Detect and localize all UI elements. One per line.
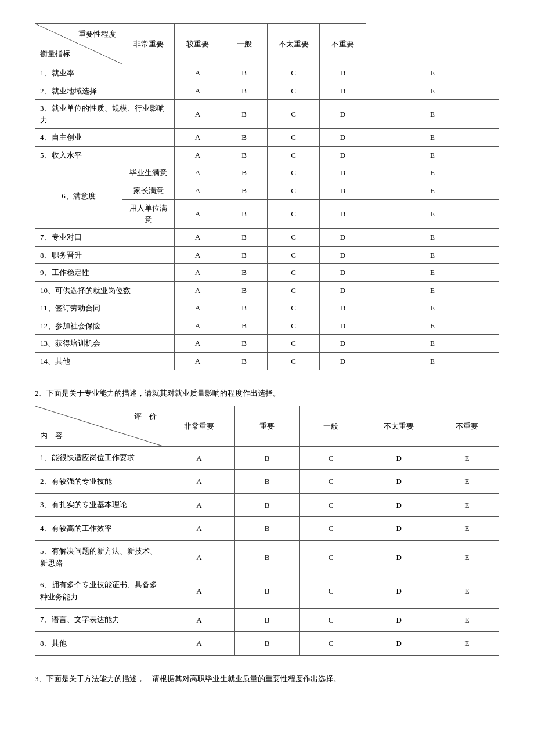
table1-cell: D <box>320 64 366 82</box>
section3-title: 3、下面是关于方法能力的描述， 请根据其对高职毕业生就业质量的重要性程度作出选择… <box>35 673 499 685</box>
table1-cell: C <box>268 299 320 317</box>
table1-cell: E <box>366 229 499 247</box>
table2-cell: A <box>163 540 235 574</box>
table1-sub-label-1: 家长满意 <box>122 182 175 200</box>
table1-cell: C <box>268 246 320 264</box>
table2-row-label: 3、有扎实的专业基本理论 <box>35 493 163 517</box>
table2-cell: B <box>235 632 299 656</box>
table2-cell: C <box>299 608 363 632</box>
table2-cell: A <box>163 574 235 609</box>
table1-cell: D <box>320 100 366 129</box>
table1-cell: B <box>221 146 268 164</box>
table1-cell: C <box>268 64 320 82</box>
table1-cell: D <box>320 82 366 100</box>
table2-row-label: 1、能很快适应岗位工作要求 <box>35 446 163 470</box>
table2-cell: E <box>435 517 499 541</box>
table1-sub-label-2: 用人单位满意 <box>122 200 175 229</box>
table1-cell: C <box>268 352 320 370</box>
table1-cell: B <box>221 246 268 264</box>
table1-cell: B <box>221 352 268 370</box>
table2-cell: D <box>363 540 435 574</box>
table1-cell: E <box>366 200 499 229</box>
table1-row-label: 11、签订劳动合同 <box>35 299 175 317</box>
table2-cell: B <box>235 608 299 632</box>
table1-cell: D <box>320 129 366 147</box>
table2-cell: C <box>299 446 363 470</box>
table1-cell: D <box>320 182 366 200</box>
table1-cell: A <box>175 246 221 264</box>
table1-cell: A <box>175 64 221 82</box>
table2-cell: D <box>363 608 435 632</box>
table1-cell: B <box>221 335 268 353</box>
table1-cell: D <box>320 264 366 282</box>
table2-bottom-label: 内 容 <box>40 430 63 442</box>
table1-cell: C <box>268 317 320 335</box>
table2-cell: A <box>163 446 235 470</box>
table1-cell: D <box>320 146 366 164</box>
table1-cell: B <box>221 299 268 317</box>
table1-cell: B <box>221 281 268 299</box>
table2-cell: C <box>299 632 363 656</box>
table1-row-label: 9、工作稳定性 <box>35 264 175 282</box>
table1-cell: A <box>175 200 221 229</box>
table1-cell: A <box>175 146 221 164</box>
table1-cell: A <box>175 335 221 353</box>
table1-row-label: 10、可供选择的就业岗位数 <box>35 281 175 299</box>
table1-cell: E <box>366 129 499 147</box>
table1-cell: B <box>221 200 268 229</box>
table2-cell: D <box>363 446 435 470</box>
table1-cell: E <box>366 164 499 182</box>
table1-cell: C <box>268 182 320 200</box>
table1-cell: B <box>221 229 268 247</box>
table1-top-label: 重要性程度 <box>78 28 116 40</box>
table2-col5: 不重要 <box>435 406 499 446</box>
table2-cell: B <box>235 493 299 517</box>
table2-cell: E <box>435 540 499 574</box>
table1-cell: D <box>320 246 366 264</box>
table2-cell: E <box>435 470 499 494</box>
table1-cell: A <box>175 164 221 182</box>
table1-cell: C <box>268 129 320 147</box>
table1-cell: A <box>175 182 221 200</box>
table1-cell: E <box>366 281 499 299</box>
table2-col1: 非常重要 <box>163 406 235 446</box>
table1-cell: C <box>268 146 320 164</box>
table1-cell: C <box>268 281 320 299</box>
table2-cell: B <box>235 446 299 470</box>
table2-cell: E <box>435 608 499 632</box>
table2-cell: A <box>163 632 235 656</box>
table1-cell: E <box>366 317 499 335</box>
table2-cell: C <box>299 470 363 494</box>
table2-cell: D <box>363 574 435 609</box>
table1-cell: D <box>320 317 366 335</box>
table1-cell: D <box>320 335 366 353</box>
table1-col4: 不太重要 <box>268 24 320 64</box>
table1-cell: B <box>221 100 268 129</box>
table2-cell: E <box>435 632 499 656</box>
table1-col2: 较重要 <box>175 24 221 64</box>
table1-cell: E <box>366 352 499 370</box>
table1-cell: C <box>268 100 320 129</box>
table1-cell: C <box>268 264 320 282</box>
table1-cell: E <box>366 335 499 353</box>
section3: 3、下面是关于方法能力的描述， 请根据其对高职毕业生就业质量的重要性程度作出选择… <box>35 673 499 685</box>
table1-cell: A <box>175 129 221 147</box>
table1-row-label: 12、参加社会保险 <box>35 317 175 335</box>
table1-cell: D <box>320 164 366 182</box>
table2-col4: 不太重要 <box>363 406 435 446</box>
table1-cell: A <box>175 229 221 247</box>
section1: 重要性程度 衡量指标 非常重要 较重要 一般 不太重要 不重要 1、就业率ABC… <box>35 23 499 370</box>
table1-cell: E <box>366 82 499 100</box>
table1-row-satisfaction-label: 6、满意度 <box>35 164 122 229</box>
section2-title: 2、下面是关于专业能力的描述，请就其对就业质量影响的程度作出选择。 <box>35 388 499 400</box>
table1-cell: A <box>175 281 221 299</box>
table1-cell: B <box>221 264 268 282</box>
table1-cell: C <box>268 82 320 100</box>
table2-cell: C <box>299 493 363 517</box>
table2-row-label: 8、其他 <box>35 632 163 656</box>
table1-cell: E <box>366 299 499 317</box>
table1-cell: C <box>268 229 320 247</box>
table1-cell: A <box>175 100 221 129</box>
table1-bottom-label: 衡量指标 <box>40 48 70 60</box>
table2-cell: B <box>235 470 299 494</box>
